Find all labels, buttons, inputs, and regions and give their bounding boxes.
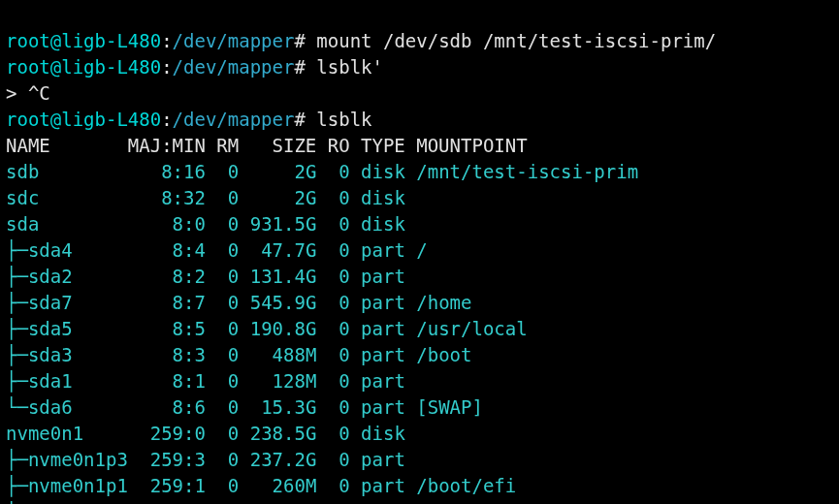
lsblk-header: NAME MAJ:MIN RM SIZE RO TYPE MOUNTPOINT (6, 135, 528, 156)
prompt-line-2: root@ligb-L480:/dev/mapper# lsblk' (6, 56, 383, 78)
command-mount: mount /dev/sdb /mnt/test-iscsi-prim/ (306, 30, 716, 51)
prompt-hash: # (294, 30, 305, 51)
prompt-line-1: root@ligb-L480:/dev/mapper# mount /dev/s… (6, 30, 716, 51)
command-lsblk: lsblk (306, 109, 372, 130)
prompt-colon: : (161, 30, 172, 51)
ctrl-c-line: > ^C (6, 82, 50, 104)
command-lsblk-broken: lsblk' (306, 56, 383, 78)
table-row: ├─nvme0n1p3 259:3 0 237.2G 0 part (6, 449, 416, 470)
prompt-line-3: root@ligb-L480:/dev/mapper# lsblk (6, 109, 372, 130)
table-row: nvme0n1 259:0 0 238.5G 0 disk (6, 423, 416, 444)
table-row: ├─sda2 8:2 0 131.4G 0 part (6, 266, 416, 287)
table-row: ├─sda4 8:4 0 47.7G 0 part / (6, 239, 428, 261)
table-row: sda 8:0 0 931.5G 0 disk (6, 213, 416, 235)
table-row: sdc 8:32 0 2G 0 disk (6, 187, 416, 208)
table-row: ├─sda7 8:7 0 545.9G 0 part /home (6, 292, 472, 313)
table-row: ├─sda3 8:3 0 488M 0 part /boot (6, 344, 472, 365)
terminal-output[interactable]: root@ligb-L480:/dev/mapper# mount /dev/s… (0, 0, 839, 504)
prompt-user-host: root@ligb-L480 (6, 30, 161, 51)
table-row: ├─sda1 8:1 0 128M 0 part (6, 370, 416, 392)
prompt-path: /dev/mapper (173, 30, 295, 51)
lsblk-body: sdb 8:16 0 2G 0 disk /mnt/test-iscsi-pri… (6, 161, 638, 504)
table-row: ├─nvme0n1p1 259:1 0 260M 0 part /boot/ef… (6, 475, 516, 496)
table-row: └─sda6 8:6 0 15.3G 0 part [SWAP] (6, 396, 483, 418)
table-row: sdb 8:16 0 2G 0 disk /mnt/test-iscsi-pri… (6, 161, 638, 182)
table-row: ├─sda5 8:5 0 190.8G 0 part /usr/local (6, 318, 528, 339)
